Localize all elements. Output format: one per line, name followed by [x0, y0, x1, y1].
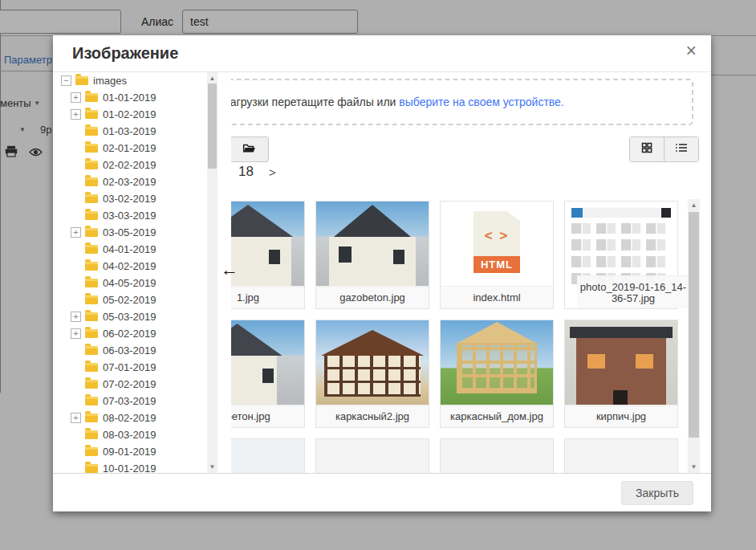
tree-item-label: 04-01-2019 [103, 243, 156, 255]
tree-item[interactable]: 10-01-2019 [53, 460, 231, 473]
scrollbar-thumb[interactable] [689, 212, 699, 438]
tree-item[interactable]: 05-02-2019 [53, 291, 231, 308]
expand-icon[interactable] [71, 312, 81, 322]
file-thumbnail [316, 439, 429, 473]
folder-icon [85, 414, 98, 422]
file-card[interactable]: gazobeton.jpg [315, 201, 429, 309]
tree-item[interactable]: 04-02-2019 [53, 258, 231, 275]
tree-item[interactable]: 01-03-2019 [53, 123, 231, 140]
grid-view-icon [640, 141, 653, 157]
tree-scrollbar[interactable]: ▲ ▼ [207, 72, 217, 473]
tree-item-label: 02-01-2019 [103, 142, 156, 154]
folder-icon [85, 144, 98, 153]
tree-item[interactable]: 09-01-2019 [53, 443, 231, 460]
collapse-expander-icon[interactable] [61, 75, 71, 86]
tree-item[interactable]: 07-03-2019 [53, 393, 231, 409]
folder-tree: images 01-01-2019 01-02-2019 [53, 72, 231, 473]
scroll-up-icon[interactable]: ▲ [688, 199, 700, 211]
file-card[interactable]: каркасный_дом.jpg [440, 320, 554, 428]
folder-icon [85, 127, 98, 136]
image-picker-dialog: Изображение × Для загрузки перетащите фа… [53, 35, 711, 511]
folder-icon [85, 329, 98, 338]
tree-item[interactable]: 04-01-2019 [53, 241, 231, 258]
folder-icon [85, 177, 98, 186]
file-name: photo_2019-01-16_14-36-57.jpg [577, 275, 689, 308]
file-grid: 1.jpg gazobeton.jpg < > HTML index.h [191, 201, 678, 473]
upload-device-link[interactable]: выберите на своем устройстве. [399, 96, 563, 108]
tree-item[interactable]: 03-03-2019 [53, 207, 231, 224]
scroll-up-icon[interactable]: ▲ [207, 72, 217, 84]
tree-item-label: 07-02-2019 [103, 378, 156, 390]
file-card[interactable]: кирпич.jpg [564, 320, 678, 428]
open-folder-icon [242, 142, 256, 157]
new-folder-button[interactable] [230, 136, 269, 162]
file-name: каркасный2.jpg [316, 405, 429, 427]
scroll-down-icon[interactable]: ▼ [688, 461, 700, 473]
folder-icon [85, 447, 98, 456]
file-card[interactable]: каркасный2.jpg [315, 320, 429, 428]
tree-item-label: 03-03-2019 [103, 210, 156, 222]
file-card[interactable]: photo_2019-01-16_14-36-57.jpg [564, 201, 678, 309]
folder-icon [85, 346, 98, 355]
folder-icon [85, 161, 98, 169]
tree-item[interactable]: 06-02-2019 [53, 325, 231, 342]
file-thumbnail [441, 439, 553, 473]
file-card[interactable]: < > HTML index.html [440, 201, 554, 309]
file-name: gazobeton.jpg [316, 286, 429, 308]
html-badge: HTML [474, 256, 520, 273]
breadcrumb-folder[interactable]: 18 [238, 164, 254, 180]
tree-item-label: 08-03-2019 [103, 429, 156, 441]
file-thumbnail [316, 320, 429, 406]
tree-item[interactable]: 02-02-2019 [53, 157, 231, 173]
tree-item[interactable]: 07-01-2019 [53, 359, 231, 376]
tree-item-label: 04-05-2019 [103, 277, 156, 289]
tree-item[interactable]: 01-01-2019 [53, 89, 231, 106]
grid-view-button[interactable] [630, 137, 664, 161]
file-name: кирпич.jpg [565, 405, 677, 427]
tree-item[interactable]: 05-03-2019 [53, 308, 231, 325]
tree-item-label: 01-03-2019 [103, 125, 156, 137]
close-button[interactable]: Закрыть [621, 481, 693, 505]
file-card[interactable] [315, 438, 429, 473]
tree-item[interactable]: 01-02-2019 [53, 106, 231, 123]
tree-item-label: 02-03-2019 [103, 176, 156, 188]
tree-item[interactable]: 06-03-2019 [53, 342, 231, 359]
tree-children: 01-01-2019 01-02-2019 01-03-2019 [53, 89, 231, 473]
file-thumbnail [565, 320, 677, 406]
file-thumbnail: < > HTML [441, 202, 553, 287]
tree-item-label: 10-01-2019 [103, 462, 156, 473]
tree-item[interactable]: 03-02-2019 [53, 190, 231, 207]
tree-item-label: 06-03-2019 [103, 344, 156, 356]
expand-icon[interactable] [71, 328, 81, 339]
scrollbar-thumb[interactable] [208, 84, 217, 169]
tree-item[interactable]: 07-02-2019 [53, 376, 231, 393]
list-view-button[interactable] [664, 137, 698, 161]
tree-item[interactable]: 02-01-2019 [53, 140, 231, 157]
tree-item[interactable]: 03-05-2019 [53, 224, 231, 241]
tree-item[interactable]: 02-03-2019 [53, 173, 231, 190]
file-thumbnail [565, 439, 677, 473]
tree-item[interactable]: 08-03-2019 [53, 426, 231, 443]
expand-icon[interactable] [71, 92, 81, 103]
tree-item-label: 01-02-2019 [103, 108, 156, 120]
file-card[interactable] [564, 438, 678, 473]
folder-icon [85, 295, 98, 304]
tree-item[interactable]: 08-02-2019 [53, 409, 231, 426]
list-view-icon [675, 142, 688, 157]
scroll-down-icon[interactable]: ▼ [207, 461, 217, 473]
expand-icon[interactable] [71, 109, 81, 120]
file-thumbnail [565, 202, 677, 287]
chevron-right-icon: > [269, 165, 276, 179]
folder-icon [85, 279, 98, 287]
grid-scrollbar[interactable]: ▲ ▼ [688, 199, 700, 473]
file-name: index.html [441, 286, 553, 308]
tree-item[interactable]: 04-05-2019 [53, 275, 231, 291]
tree-item-label: 07-03-2019 [103, 395, 156, 407]
close-icon[interactable]: × [686, 42, 697, 60]
expand-icon[interactable] [71, 227, 81, 238]
expand-icon[interactable] [71, 413, 81, 423]
folder-icon [85, 228, 98, 237]
file-card[interactable] [440, 438, 554, 473]
collapse-tree-arrow-icon[interactable]: ← [221, 261, 238, 279]
tree-item-root[interactable]: images [53, 72, 231, 89]
